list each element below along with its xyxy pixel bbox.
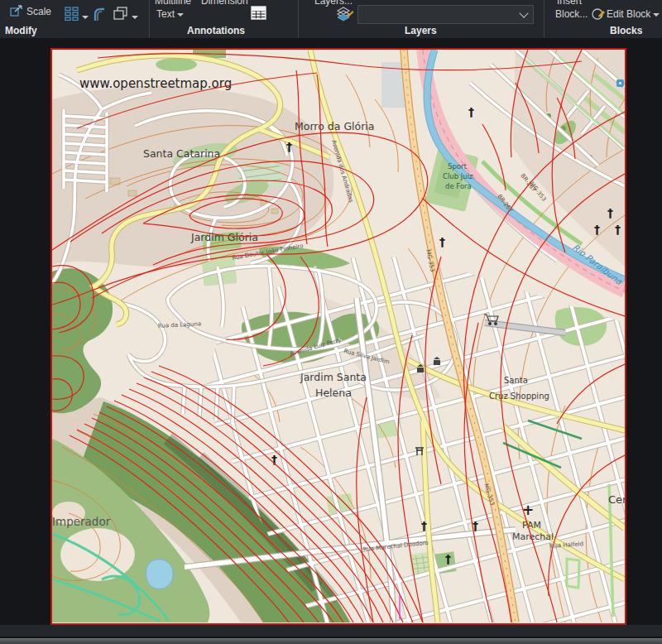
map-pin-icon (616, 79, 624, 87)
canvas-bottom-margin (0, 625, 662, 637)
insert-block-button[interactable]: Block... (555, 8, 588, 20)
church-cross-icon: † (615, 223, 621, 236)
table-icon (251, 6, 266, 20)
edit-block-label[interactable]: Edit Block (607, 8, 660, 20)
svg-text:Cruz Shopping: Cruz Shopping (489, 392, 549, 401)
label-pam: PAM (522, 520, 541, 531)
dimension-label-cut[interactable]: Dimension (201, 0, 248, 7)
church-cross-icon: † (421, 519, 427, 532)
label-sport-club: Sport (448, 162, 467, 171)
label-jardim-santa-2: Helena (315, 387, 352, 399)
panel-title-modify: Modify (5, 25, 37, 36)
label-jardim-gloria: Jardim Glória (190, 231, 258, 243)
edit-block-caret[interactable] (653, 13, 660, 17)
copy-button[interactable] (113, 7, 138, 24)
church-cross-icon: † (271, 453, 277, 466)
chevron-down-icon[interactable] (519, 8, 528, 17)
church-cross-icon: † (468, 105, 474, 118)
multiline-label-cut: Multiline (155, 0, 191, 7)
church-cross-icon: † (445, 552, 451, 565)
drawing-canvas[interactable]: † † † † † † † † † † + (0, 38, 662, 625)
panel-title-annotations: Annotations (187, 25, 245, 36)
array-button[interactable] (65, 7, 89, 24)
svg-text:Club Juiz: Club Juiz (443, 172, 473, 180)
ribbon-bar: Scale Modify Mu (0, 0, 662, 38)
array-dropdown-caret[interactable] (82, 16, 89, 19)
multiline-text-button[interactable]: Text (156, 8, 184, 20)
scale-button[interactable]: Scale (10, 5, 51, 17)
fillet-button[interactable] (93, 7, 107, 25)
pond (146, 560, 174, 589)
map-svg: † † † † † † † † † † + (52, 50, 625, 623)
layer-select[interactable] (357, 5, 534, 24)
insert-block-label-top[interactable]: Insert (557, 0, 582, 7)
text-dropdown-caret[interactable] (177, 13, 184, 17)
osm-watermark: www.openstreetmap.org (79, 76, 232, 91)
church-cross-icon: † (286, 140, 292, 153)
scale-icon (10, 5, 24, 17)
label-imperador: Imperador (52, 515, 111, 528)
label-santa-catarina: Santa Catarina (143, 147, 220, 160)
panel-separator (149, 0, 150, 38)
church-cross-icon: † (607, 206, 613, 219)
label-santa-cruz: Santa (504, 376, 528, 385)
panel-title-blocks: Blocks (610, 25, 642, 36)
edit-block-button[interactable] (591, 7, 606, 22)
panel-separator (298, 0, 299, 38)
label-cem: Cem (608, 493, 625, 506)
edit-block-icon (591, 7, 606, 21)
label-jardim-santa: Jardim Santa (300, 371, 367, 383)
horizontal-scrollbar[interactable] (0, 638, 662, 644)
copy-icon (113, 7, 129, 21)
table-button[interactable] (251, 6, 266, 23)
panel-title-layers: Layers (405, 25, 437, 36)
layer-properties-icon (336, 6, 354, 22)
layer-properties-button[interactable] (336, 6, 354, 26)
church-cross-icon: † (594, 223, 600, 236)
church-cross-icon: † (439, 235, 445, 248)
panel-separator (544, 0, 544, 38)
svg-text:de Fora: de Fora (445, 182, 472, 190)
label-morro-da-gloria: Morro da Glória (295, 120, 374, 132)
fillet-icon (93, 7, 107, 22)
copy-dropdown-caret[interactable] (132, 16, 138, 19)
hospital-plus-icon: + (522, 502, 534, 518)
map-image[interactable]: † † † † † † † † † † + (50, 48, 626, 625)
array-icon (65, 7, 79, 21)
